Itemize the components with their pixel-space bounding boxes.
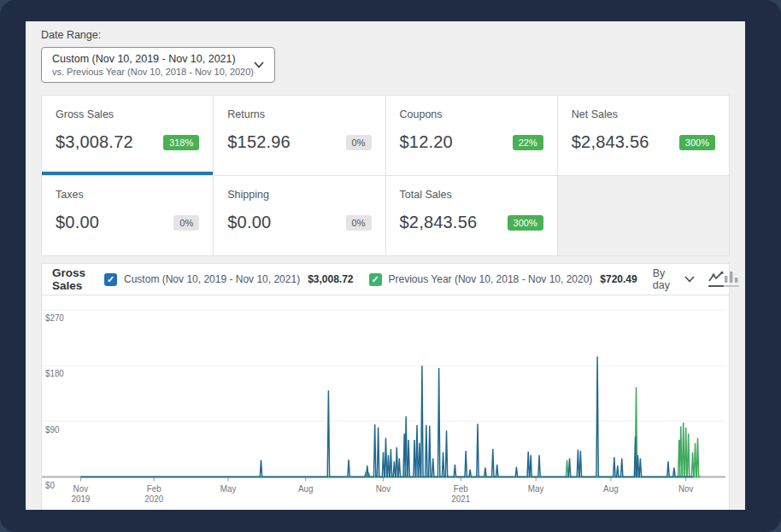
svg-text:Aug: Aug	[603, 484, 619, 494]
svg-text:$180: $180	[45, 369, 64, 378]
svg-text:2021: 2021	[451, 494, 470, 504]
interval-label: By day	[653, 267, 670, 291]
date-range-value: Custom (Nov 10, 2019 - Nov 10, 2021) vs.…	[52, 53, 247, 77]
card-value: $12.20	[400, 132, 453, 152]
checkbox-checked-icon[interactable]: ✓	[369, 273, 382, 286]
date-range-select[interactable]: Custom (Nov 10, 2019 - Nov 10, 2021) vs.…	[41, 47, 275, 83]
gross-sales-chart[interactable]: $270$180$90$0Nov2019Feb2020MayAugNovFeb2…	[42, 299, 729, 507]
card-row: $2,843.56 300%	[572, 132, 715, 152]
svg-text:Nov: Nov	[376, 484, 391, 494]
card-value: $152.96	[227, 132, 291, 152]
legend-name: Custom (Nov 10, 2019 - Nov 10, 2021)	[124, 273, 300, 285]
date-range-toolbar: Date Range: Custom (Nov 10, 2019 - Nov 1…	[26, 21, 745, 95]
summary-card-shipping[interactable]: Shipping $0.00 0%	[214, 176, 385, 255]
legend-name: Previous Year (Nov 10, 2018 - Nov 10, 20…	[389, 273, 593, 285]
card-row: $12.20 22%	[400, 132, 543, 152]
summary-card-net-sales[interactable]: Net Sales $2,843.56 300%	[558, 96, 729, 175]
summary-cards: Gross Sales $3,008.72 318% Returns $152.…	[41, 95, 730, 256]
card-value: $0.00	[56, 213, 99, 232]
legend-total: $3,008.72	[308, 273, 353, 285]
svg-text:$0: $0	[45, 480, 55, 489]
date-range-current: Custom (Nov 10, 2019 - Nov 10, 2021)	[52, 53, 247, 65]
chart-header: Gross Sales ✓ Custom (Nov 10, 2019 - Nov…	[42, 264, 729, 295]
svg-text:2019: 2019	[71, 494, 90, 504]
chart-body: $270$180$90$0Nov2019Feb2020MayAugNovFeb2…	[42, 295, 729, 510]
summary-card-gross-sales[interactable]: Gross Sales $3,008.72 318%	[42, 96, 213, 175]
card-value: $0.00	[227, 213, 271, 232]
line-chart-toggle-button[interactable]	[708, 264, 724, 295]
delta-badge: 0%	[173, 215, 199, 231]
svg-text:$270: $270	[45, 313, 64, 323]
card-row: $0.00 0%	[56, 213, 199, 232]
delta-badge: 0%	[346, 135, 372, 150]
svg-text:Nov: Nov	[678, 484, 694, 494]
summary-card-empty	[558, 176, 729, 255]
card-label: Returns	[227, 108, 371, 120]
svg-text:$90: $90	[45, 424, 60, 434]
chevron-down-icon	[684, 276, 695, 283]
chevron-down-icon	[254, 61, 264, 68]
svg-text:May: May	[528, 484, 544, 494]
card-row: $0.00 0%	[227, 213, 371, 232]
summary-card-coupons[interactable]: Coupons $12.20 22%	[386, 96, 557, 175]
svg-text:May: May	[220, 484, 237, 494]
checkbox-checked-icon[interactable]: ✓	[104, 273, 117, 286]
delta-badge: 22%	[513, 135, 543, 150]
chart-panel: Gross Sales ✓ Custom (Nov 10, 2019 - Nov…	[41, 263, 730, 510]
legend-item-previous-year[interactable]: ✓ Previous Year (Nov 10, 2018 - Nov 10, …	[369, 273, 637, 286]
card-row: $3,008.72 318%	[56, 132, 199, 152]
summary-card-taxes[interactable]: Taxes $0.00 0%	[42, 176, 213, 255]
analytics-page: Date Range: Custom (Nov 10, 2019 - Nov 1…	[26, 21, 745, 510]
date-range-compare: vs. Previous Year (Nov 10, 2018 - Nov 10…	[52, 67, 247, 77]
delta-badge: 318%	[163, 135, 199, 150]
svg-text:Feb: Feb	[147, 484, 161, 494]
summary-card-total-sales[interactable]: Total Sales $2,843.56 300%	[386, 176, 557, 255]
svg-text:Aug: Aug	[298, 484, 314, 494]
interval-select[interactable]: By day	[653, 267, 695, 291]
card-value: $3,008.72	[56, 132, 133, 152]
card-label: Total Sales	[400, 189, 543, 201]
date-range-label: Date Range:	[41, 29, 730, 41]
card-value: $2,843.56	[400, 213, 478, 232]
active-indicator	[708, 285, 724, 287]
card-label: Gross Sales	[56, 108, 199, 120]
svg-text:Feb: Feb	[454, 484, 468, 494]
card-label: Net Sales	[572, 108, 715, 120]
delta-badge: 0%	[346, 215, 372, 231]
svg-text:2020: 2020	[144, 494, 163, 504]
bar-chart-icon	[725, 272, 738, 283]
inactive-indicator	[724, 285, 739, 287]
card-row: $2,843.56 300%	[400, 213, 543, 232]
card-label: Taxes	[56, 189, 199, 201]
chart-title: Gross Sales	[52, 266, 85, 292]
line-chart-icon	[708, 272, 724, 283]
card-row: $152.96 0%	[227, 132, 371, 152]
card-label: Shipping	[227, 189, 371, 201]
legend-item-custom[interactable]: ✓ Custom (Nov 10, 2019 - Nov 10, 2021) $…	[104, 273, 354, 286]
svg-text:Nov: Nov	[73, 484, 89, 494]
legend-total: $720.49	[600, 273, 637, 285]
bar-chart-toggle-button[interactable]	[724, 264, 739, 295]
delta-badge: 300%	[508, 215, 543, 231]
app-window: Date Range: Custom (Nov 10, 2019 - Nov 1…	[0, 0, 781, 532]
delta-badge: 300%	[679, 135, 715, 150]
summary-card-returns[interactable]: Returns $152.96 0%	[214, 96, 385, 175]
card-label: Coupons	[400, 108, 543, 120]
card-value: $2,843.56	[572, 132, 649, 152]
